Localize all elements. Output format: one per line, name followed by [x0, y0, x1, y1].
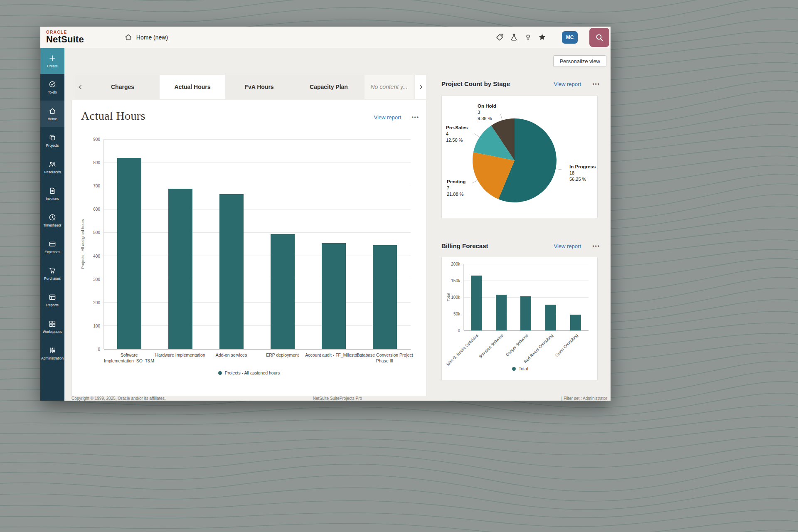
y-axis-label: Projects - All assigned hours	[80, 139, 85, 349]
search-button[interactable]	[589, 28, 609, 47]
tab-no-content-y[interactable]: No content y...	[365, 75, 414, 99]
bar-slot	[464, 276, 489, 330]
project-count-panel: Project Count by Stage View report ••• O…	[434, 77, 608, 227]
tabs-scroll-right-icon[interactable]	[415, 75, 426, 99]
y-tick-label: 100k	[445, 295, 460, 300]
view-report-link[interactable]: View report	[374, 114, 401, 121]
personalize-view-button[interactable]: Personalize view	[553, 55, 606, 67]
bar-slot	[104, 158, 155, 349]
plot-area	[103, 139, 410, 349]
bar[interactable]	[545, 305, 556, 330]
panel-title: Billing Forecast	[441, 242, 488, 249]
y-tick-label: 150k	[445, 278, 460, 283]
plus-icon	[48, 54, 57, 62]
netsuite-logo[interactable]: ORACLE NetSuite	[46, 30, 84, 44]
bar[interactable]	[496, 295, 507, 330]
tab-fva-hours[interactable]: FvA Hours	[225, 75, 293, 99]
resources-icon	[48, 160, 57, 168]
footer: Copyright © 1999, 2025, Oracle and/or it…	[64, 396, 611, 401]
sidebar-item-todo[interactable]: To-do	[40, 74, 64, 101]
bar-slot	[514, 296, 539, 330]
sidebar-item-purchases[interactable]: Purchases	[40, 260, 64, 287]
y-tick-label: 0	[79, 347, 100, 352]
bar[interactable]	[117, 158, 141, 349]
more-options-icon[interactable]: •••	[592, 81, 600, 87]
panel-title: Actual Hours	[81, 109, 145, 123]
bar[interactable]	[322, 243, 346, 349]
sidebar-item-label: Projects	[46, 143, 59, 148]
tab-capacity-plan[interactable]: Capacity Plan	[293, 75, 365, 99]
invoices-icon	[48, 187, 57, 195]
sidebar-item-label: Home	[48, 117, 57, 121]
breadcrumb-label: Home (new)	[136, 34, 168, 41]
bar[interactable]	[471, 276, 482, 330]
y-tick-label: 0	[445, 328, 460, 333]
actual-hours-panel: Actual Hours View report ••• Projects - …	[71, 100, 426, 396]
home-icon	[48, 107, 57, 115]
sidebar-item-home[interactable]: Home	[40, 101, 64, 127]
breadcrumb[interactable]: Home (new)	[124, 33, 168, 42]
bar[interactable]	[570, 315, 581, 330]
bars	[104, 139, 410, 349]
y-tick-label: 100	[79, 324, 100, 328]
panel-title: Project Count by Stage	[441, 80, 510, 87]
y-tick-label: 500	[79, 230, 100, 235]
legend-label: Projects - All assigned hours	[225, 370, 280, 375]
legend-marker	[512, 367, 516, 371]
sidebar-item-reports[interactable]: Reports	[40, 287, 64, 313]
sidebar-item-workspaces[interactable]: Workspaces	[40, 313, 64, 340]
bar-slot	[489, 295, 514, 330]
more-options-icon[interactable]: •••	[592, 243, 600, 249]
sidebar-item-timesheets[interactable]: Timesheets	[40, 207, 64, 234]
tag-icon[interactable]	[495, 33, 504, 42]
x-axis-label: Database Conversion Project Phase III	[354, 352, 416, 364]
sidebar-item-expenses[interactable]: Expenses	[40, 234, 64, 260]
star-icon[interactable]	[538, 33, 547, 42]
view-report-link[interactable]: View report	[554, 243, 581, 249]
sidebar-item-label: Resources	[44, 170, 61, 174]
expenses-icon	[48, 240, 57, 248]
tab-bar: ChargesActual HoursFvA HoursCapacity Pla…	[75, 75, 426, 99]
bar[interactable]	[373, 245, 397, 349]
flask-icon[interactable]	[510, 33, 518, 42]
pie-label-on-hold: On Hold 3 9.38 %	[478, 103, 496, 122]
avatar[interactable]: MC	[562, 31, 578, 44]
tab-charges[interactable]: Charges	[86, 75, 160, 99]
pie-label-in-progress: In Progress 18 56.25 %	[569, 163, 596, 183]
bar[interactable]	[168, 189, 192, 349]
sidebar: CreateTo-doHomeProjectsResourcesInvoices…	[40, 48, 64, 401]
more-options-icon[interactable]: •••	[411, 114, 419, 120]
bar-slot	[563, 315, 588, 330]
bar-slot	[359, 245, 410, 349]
tab-actual-hours[interactable]: Actual Hours	[160, 75, 225, 99]
sidebar-item-resources[interactable]: Resources	[40, 154, 64, 180]
sidebar-item-label: To-do	[48, 90, 57, 94]
search-icon	[595, 33, 604, 42]
legend-label: Total	[519, 366, 528, 371]
bar[interactable]	[219, 194, 244, 349]
sidebar-item-create[interactable]: Create	[40, 48, 64, 74]
tabs-scroll-left-icon[interactable]	[75, 75, 86, 99]
administration-icon	[48, 346, 57, 355]
pie-label-pending: Pending 7 21.88 %	[447, 178, 466, 198]
view-report-link[interactable]: View report	[554, 81, 581, 87]
y-tick-label: 800	[79, 160, 100, 165]
legend: Projects - All assigned hours	[79, 370, 419, 375]
sidebar-item-projects[interactable]: Projects	[40, 127, 64, 154]
bar[interactable]	[271, 234, 295, 349]
y-tick-label: 200	[79, 300, 100, 305]
todo-icon	[48, 80, 57, 89]
bar[interactable]	[520, 296, 531, 330]
sidebar-item-invoices[interactable]: Invoices	[40, 180, 64, 207]
app-header: ORACLE NetSuite Home (new) MC	[40, 27, 611, 48]
pie-leader-line	[500, 114, 502, 119]
sidebar-item-label: Workspaces	[43, 330, 62, 334]
home-icon	[124, 33, 133, 42]
legend: Total	[445, 366, 595, 371]
sidebar-item-administration[interactable]: Administration	[40, 340, 64, 367]
bar-slot	[206, 194, 257, 349]
billing-forecast-chart: Total050k100k150k200kJohn G. Roche Optic…	[445, 260, 595, 379]
reports-icon	[48, 293, 57, 301]
lightbulb-icon[interactable]	[524, 33, 532, 42]
legend-marker	[218, 371, 222, 375]
